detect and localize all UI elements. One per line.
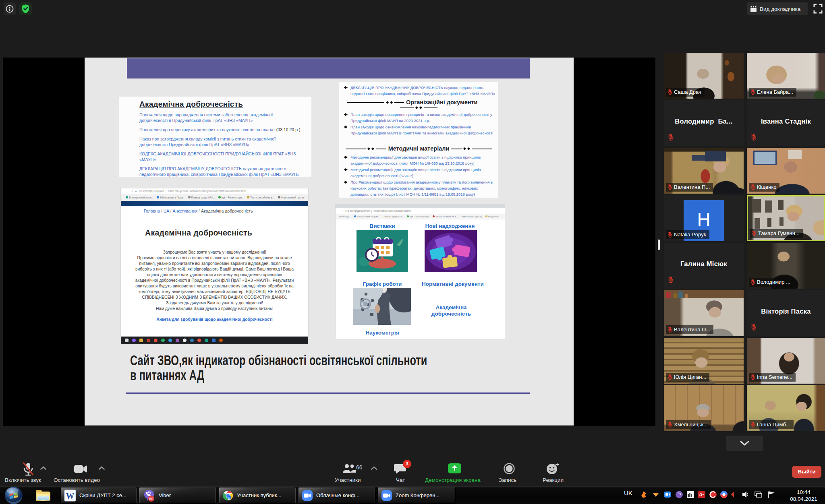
svg-text:60: 60 — [149, 496, 153, 501]
svg-text:E: E — [228, 496, 230, 499]
